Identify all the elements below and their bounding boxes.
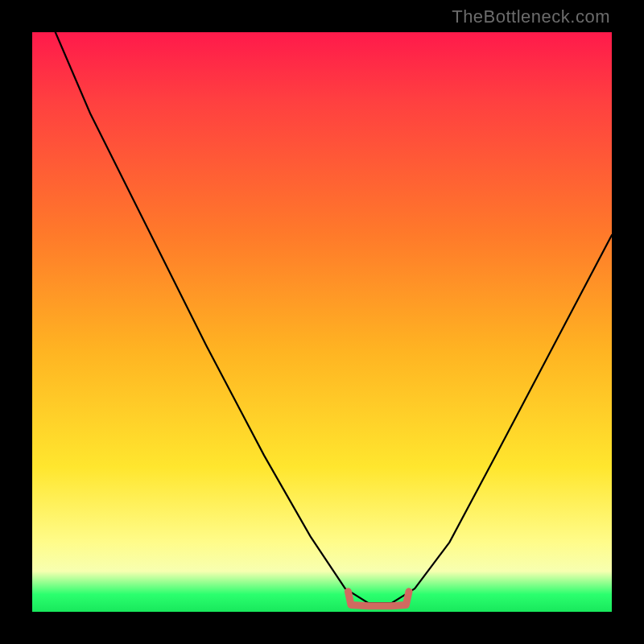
watermark-text: TheBottleneck.com: [452, 6, 610, 27]
chart-frame: TheBottleneck.com: [0, 0, 644, 644]
curve-svg: [32, 32, 612, 612]
plot-area: [32, 32, 612, 612]
bottleneck-curve: [56, 32, 612, 603]
